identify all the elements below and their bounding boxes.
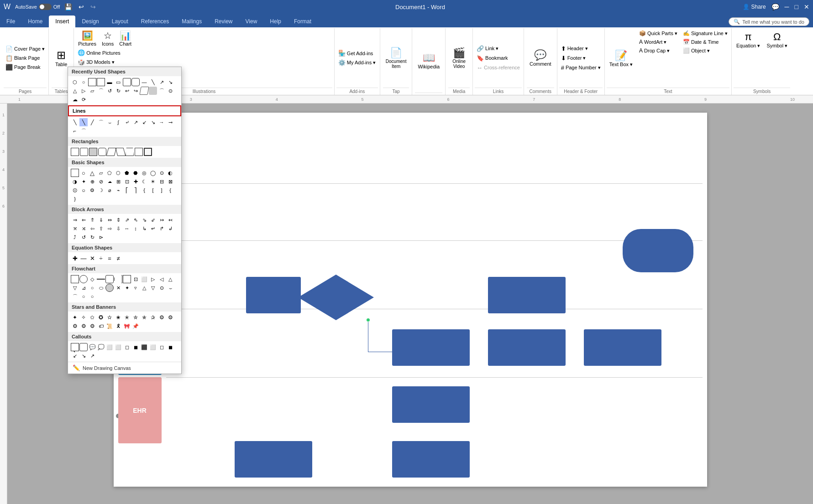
bs-21[interactable]: ☾ xyxy=(140,177,148,186)
line-icon-9[interactable]: ↙ xyxy=(140,118,148,126)
eq-2[interactable]: — xyxy=(79,254,88,262)
line-icon-4[interactable]: ⌒ xyxy=(97,118,105,126)
tab-home[interactable]: Home xyxy=(21,16,49,27)
bs-5[interactable]: ⬠ xyxy=(105,169,114,177)
shape-icon-leftarrow[interactable]: ↩ xyxy=(123,87,131,95)
bs-33[interactable]: { xyxy=(140,186,148,194)
footer-button[interactable]: ⬇ Footer ▾ xyxy=(559,54,603,62)
page-number-button[interactable]: # Page Number ▾ xyxy=(559,63,603,72)
fc-1[interactable] xyxy=(71,275,79,283)
shape-icon-redo[interactable]: ↻ xyxy=(114,87,122,95)
ba-2[interactable]: ⇐ xyxy=(79,216,88,224)
sb-5[interactable]: ✫ xyxy=(105,313,114,322)
tab-view[interactable]: View xyxy=(239,16,264,27)
close-button[interactable]: ✕ xyxy=(804,3,809,10)
blank-page-button[interactable]: 📋 Blank Page xyxy=(4,54,47,62)
bs-4[interactable]: ▱ xyxy=(97,169,105,177)
sb-14[interactable]: ⚙ xyxy=(79,322,88,330)
co-14[interactable]: ↘ xyxy=(79,352,88,360)
ba-27[interactable]: ↻ xyxy=(88,233,96,241)
shape-ehr-rect-right[interactable] xyxy=(392,441,470,478)
sb-10[interactable]: ✰ xyxy=(149,313,157,322)
bs-25[interactable]: ☹ xyxy=(71,186,79,194)
fc-21[interactable]: △ xyxy=(140,284,148,292)
ba-11[interactable]: ↣ xyxy=(157,216,166,224)
tab-help[interactable]: Help xyxy=(263,16,288,27)
ba-5[interactable]: ⇔ xyxy=(105,216,114,224)
rect-7[interactable] xyxy=(126,148,134,156)
fc-25[interactable]: ⌒ xyxy=(71,292,79,301)
bs-34[interactable]: [ xyxy=(149,186,157,194)
sb-17[interactable]: 📜 xyxy=(105,322,114,330)
line-icon-13[interactable]: ⌐ xyxy=(71,127,79,135)
sb-11[interactable]: ⚙ xyxy=(157,313,166,322)
tab-review[interactable]: Review xyxy=(208,16,239,27)
online-pictures-button[interactable]: 🌐 Online Pictures xyxy=(76,48,332,57)
fc-13[interactable]: ▽ xyxy=(71,284,79,292)
sb-2[interactable]: ✧ xyxy=(79,313,88,322)
rect-2[interactable] xyxy=(80,148,88,156)
shape-icon-rect6[interactable] xyxy=(131,78,140,86)
fc-11[interactable]: ◁ xyxy=(157,275,166,283)
bs-35[interactable]: ] xyxy=(157,186,166,194)
bs-37[interactable]: } xyxy=(71,195,79,203)
sb-8[interactable]: ✮ xyxy=(131,313,140,322)
line-icon-3[interactable]: ╱ xyxy=(88,118,96,126)
bs-24[interactable]: ⊠ xyxy=(166,177,174,186)
fc-9[interactable]: ⬜ xyxy=(140,275,148,283)
eq-6[interactable]: ≠ xyxy=(114,254,122,262)
sb-6[interactable]: ✬ xyxy=(114,313,122,322)
bs-31[interactable]: ⎡ xyxy=(123,186,131,194)
ba-13[interactable]: ⤧ xyxy=(71,224,79,233)
3d-models-button[interactable]: 🎲 3D Models ▾ xyxy=(76,58,332,67)
shape-icon-para[interactable]: ▱ xyxy=(88,87,96,95)
co-11[interactable]: ◻ xyxy=(157,343,166,351)
eq-4[interactable]: ÷ xyxy=(97,254,105,262)
co-3[interactable]: 💬 xyxy=(88,343,96,351)
chart-button[interactable]: 📊 Chart xyxy=(117,29,134,47)
tab-mailings[interactable]: Mailings xyxy=(175,16,208,27)
fc-24[interactable]: ⌣ xyxy=(166,284,174,292)
online-video-button[interactable]: 🎬 OnlineVideo xyxy=(450,45,468,71)
fc-5[interactable] xyxy=(105,275,114,283)
ba-20[interactable]: ↕ xyxy=(131,224,140,233)
fc-14[interactable]: ⊿ xyxy=(79,284,88,292)
quick-parts-button[interactable]: 📦 Quick Parts ▾ xyxy=(637,29,679,37)
table-button[interactable]: ⊞ Table xyxy=(52,47,70,69)
sb-13[interactable]: ⚙ xyxy=(71,322,79,330)
rect-5[interactable] xyxy=(106,148,117,156)
symbol-button[interactable]: Ω Symbol ▾ xyxy=(764,29,790,88)
ba-28[interactable]: ⊳ xyxy=(97,233,105,241)
ba-10[interactable]: ⇙ xyxy=(149,216,157,224)
co-8[interactable]: ◼ xyxy=(131,343,140,351)
save-button[interactable]: 💾 xyxy=(63,2,74,11)
ba-24[interactable]: ↲ xyxy=(166,224,174,233)
bs-13[interactable]: ◑ xyxy=(71,177,79,186)
sb-1[interactable]: ✦ xyxy=(71,313,79,322)
co-10[interactable]: ⬜ xyxy=(149,343,157,351)
fc-20[interactable]: ▿ xyxy=(131,284,140,292)
fc-2[interactable] xyxy=(79,275,88,283)
date-time-button[interactable]: 📅 Date & Time xyxy=(681,38,729,46)
bs-22[interactable]: ☀ xyxy=(149,177,157,186)
fc-18[interactable]: ✕ xyxy=(114,284,122,292)
line-icon-10[interactable]: ↘ xyxy=(149,118,157,126)
bookmark-button[interactable]: 🔖 Bookmark xyxy=(475,54,522,62)
ba-6[interactable]: ⇕ xyxy=(114,216,122,224)
fc-22[interactable]: ▽ xyxy=(149,284,157,292)
bs-11[interactable]: ⊙ xyxy=(157,169,166,177)
wikipedia-button[interactable]: 📖 Wikipedia xyxy=(415,50,442,71)
bs-36[interactable]: { xyxy=(166,186,174,194)
fc-8[interactable]: ⊡ xyxy=(131,275,140,283)
ba-15[interactable]: ⇦ xyxy=(88,224,96,233)
shape-nurse-rect-right[interactable] xyxy=(584,329,661,366)
fc-16[interactable]: ⬭ xyxy=(97,284,105,292)
fc-12[interactable]: △ xyxy=(166,275,174,283)
drop-cap-button[interactable]: A Drop Cap ▾ xyxy=(637,47,679,55)
shape-nurse-rect-mid[interactable] xyxy=(488,329,566,366)
bs-1[interactable] xyxy=(71,169,79,177)
bs-15[interactable]: ⊕ xyxy=(88,177,96,186)
shape-icon-rightarrow[interactable]: ↪ xyxy=(131,87,140,95)
bs-10[interactable]: ◯ xyxy=(149,169,157,177)
signature-line-button[interactable]: ✍ Signature Line ▾ xyxy=(681,29,729,37)
